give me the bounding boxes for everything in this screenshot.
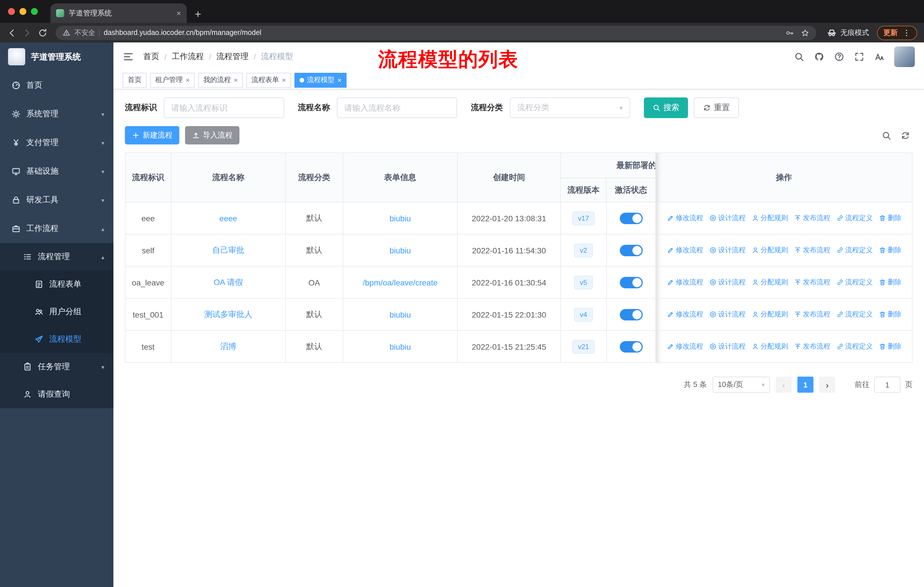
sidebar-item-system-management[interactable]: 系统管理▾ <box>0 100 114 128</box>
action-definition[interactable]: 流程定义 <box>836 213 873 223</box>
model-name-link[interactable]: 自己审批 <box>212 245 244 254</box>
action-definition[interactable]: 流程定义 <box>836 341 873 351</box>
action-delete[interactable]: 删除 <box>878 309 901 319</box>
search-icon[interactable] <box>794 51 804 62</box>
user-avatar[interactable] <box>894 46 915 67</box>
app-logo-row[interactable]: 芋道管理系统 <box>0 42 114 71</box>
action-modify[interactable]: 修改流程 <box>667 213 703 223</box>
window-zoom-button[interactable] <box>31 8 38 15</box>
github-icon[interactable] <box>814 51 824 62</box>
action-definition[interactable]: 流程定义 <box>836 245 873 255</box>
refresh-table-icon[interactable] <box>901 131 910 140</box>
action-design[interactable]: 设计流程 <box>709 245 746 255</box>
tag-close-icon[interactable]: × <box>337 76 342 83</box>
category-select[interactable]: 流程分类 ▾ <box>510 98 630 118</box>
action-modify[interactable]: 修改流程 <box>667 277 703 287</box>
action-assign-rule[interactable]: 分配规则 <box>751 277 788 287</box>
form-link[interactable]: biubiu <box>389 246 411 255</box>
active-toggle[interactable] <box>620 341 642 352</box>
action-publish[interactable]: 发布流程 <box>794 213 830 223</box>
page-size-select[interactable]: 10条/页 ▾ <box>713 377 770 393</box>
active-toggle[interactable] <box>620 309 642 320</box>
sidebar-item-home[interactable]: 首页 <box>0 71 114 100</box>
tag-close-icon[interactable]: × <box>282 76 286 83</box>
browser-menu-icon[interactable] <box>902 28 911 37</box>
sidebar-item-leave-query[interactable]: 请假查询 <box>0 380 114 408</box>
action-assign-rule[interactable]: 分配规则 <box>751 309 788 319</box>
form-link[interactable]: /bpm/oa/leave/create <box>363 278 438 287</box>
active-toggle[interactable] <box>620 245 642 256</box>
model-name-link[interactable]: eeee <box>219 213 237 223</box>
action-definition[interactable]: 流程定义 <box>836 277 873 287</box>
create-process-button[interactable]: 新建流程 <box>125 126 179 144</box>
warning-icon[interactable] <box>63 29 71 37</box>
goto-page-input[interactable] <box>874 377 901 393</box>
action-design[interactable]: 设计流程 <box>709 341 746 351</box>
tag-process-model[interactable]: 流程模型× <box>294 73 346 88</box>
font-size-icon[interactable] <box>874 51 884 62</box>
action-delete[interactable]: 删除 <box>878 341 901 351</box>
action-publish[interactable]: 发布流程 <box>794 277 830 287</box>
breadcrumb-item-process-management[interactable]: 流程管理 <box>216 51 249 62</box>
action-delete[interactable]: 删除 <box>878 277 901 287</box>
action-modify[interactable]: 修改流程 <box>667 341 703 351</box>
active-toggle[interactable] <box>620 276 642 288</box>
sidebar-item-workflow[interactable]: 工作流程▴ <box>0 214 114 243</box>
action-publish[interactable]: 发布流程 <box>794 309 830 319</box>
browser-update-button[interactable]: 更新 <box>877 25 917 40</box>
sidebar-item-user-group[interactable]: 用户分组 <box>0 298 114 326</box>
sidebar-item-process-form[interactable]: 流程表单 <box>0 271 114 298</box>
sidebar-item-process-model[interactable]: 流程模型 <box>0 326 114 353</box>
model-name-link[interactable]: 测试多审批人 <box>204 309 252 318</box>
action-modify[interactable]: 修改流程 <box>667 245 703 255</box>
tag-process-form[interactable]: 流程表单× <box>246 73 291 88</box>
sidebar-item-payment-management[interactable]: 支付管理▾ <box>0 128 114 157</box>
prev-page-button[interactable]: ‹ <box>776 377 792 393</box>
bookmark-star-icon[interactable] <box>801 28 809 37</box>
sidebar-item-process-management[interactable]: 流程管理▴ <box>0 243 114 271</box>
model-name-link[interactable]: OA 请假 <box>214 277 243 286</box>
next-page-button[interactable]: › <box>819 377 835 393</box>
sidebar-item-infrastructure[interactable]: 基础设施▾ <box>0 157 114 186</box>
help-icon[interactable] <box>834 51 844 62</box>
action-design[interactable]: 设计流程 <box>709 277 746 287</box>
back-icon[interactable] <box>7 28 16 38</box>
browser-tab[interactable]: 芋道管理系统 × <box>50 3 187 23</box>
new-tab-button[interactable]: + <box>195 8 201 20</box>
action-assign-rule[interactable]: 分配规则 <box>751 341 788 351</box>
reload-icon[interactable] <box>38 28 48 38</box>
tag-tenant-management[interactable]: 租户管理× <box>150 73 195 88</box>
tab-close-icon[interactable]: × <box>177 9 181 17</box>
forward-icon[interactable] <box>22 28 32 38</box>
model-name-link[interactable]: 滔博 <box>220 341 236 351</box>
action-publish[interactable]: 发布流程 <box>794 245 830 255</box>
hamburger-icon[interactable] <box>122 51 134 63</box>
tag-close-icon[interactable]: × <box>234 76 238 83</box>
breadcrumb-item-home[interactable]: 首页 <box>143 51 159 62</box>
current-page[interactable]: 1 <box>797 377 813 393</box>
form-link[interactable]: biubiu <box>389 213 411 223</box>
key-icon[interactable] <box>785 28 794 37</box>
action-delete[interactable]: 删除 <box>878 245 901 255</box>
action-assign-rule[interactable]: 分配规则 <box>751 213 788 223</box>
breadcrumb-item-workflow[interactable]: 工作流程 <box>172 51 204 62</box>
toggle-search-icon[interactable] <box>882 131 891 140</box>
action-publish[interactable]: 发布流程 <box>794 341 830 351</box>
form-link[interactable]: biubiu <box>389 310 411 319</box>
window-minimize-button[interactable] <box>20 8 26 15</box>
address-bar[interactable]: 不安全 dashboard.yudao.iocoder.cn/bpm/manag… <box>56 25 816 40</box>
tag-home[interactable]: 首页 <box>122 73 147 88</box>
import-process-button[interactable]: 导入流程 <box>185 126 239 144</box>
process-id-input[interactable] <box>164 98 284 118</box>
action-modify[interactable]: 修改流程 <box>667 309 703 319</box>
form-link[interactable]: biubiu <box>389 342 411 351</box>
action-assign-rule[interactable]: 分配规则 <box>751 245 788 255</box>
process-name-input[interactable] <box>337 98 457 118</box>
fullscreen-icon[interactable] <box>854 51 865 62</box>
action-delete[interactable]: 删除 <box>878 213 901 223</box>
tag-close-icon[interactable]: × <box>186 76 190 83</box>
window-close-button[interactable] <box>8 8 15 15</box>
action-definition[interactable]: 流程定义 <box>836 309 873 319</box>
action-design[interactable]: 设计流程 <box>709 309 746 319</box>
action-design[interactable]: 设计流程 <box>709 213 746 223</box>
